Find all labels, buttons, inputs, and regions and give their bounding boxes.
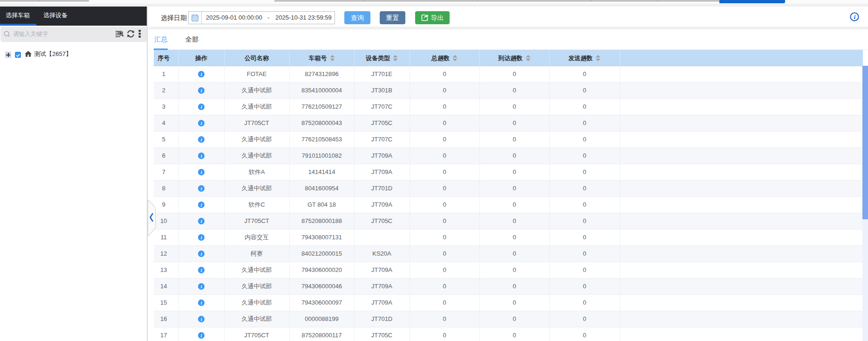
svg-text:i: i (201, 300, 202, 306)
svg-text:i: i (201, 202, 202, 208)
svg-text:i: i (201, 251, 202, 257)
svg-text:i: i (201, 268, 202, 273)
svg-text:i: i (201, 72, 202, 77)
svg-text:i: i (201, 153, 202, 159)
svg-text:i: i (201, 284, 202, 289)
svg-text:i: i (201, 317, 202, 322)
svg-text:i: i (201, 219, 202, 224)
svg-text:i: i (854, 14, 856, 21)
svg-text:i: i (201, 186, 202, 191)
svg-text:i: i (201, 235, 202, 240)
svg-text:i: i (201, 104, 202, 110)
svg-text:i: i (201, 88, 202, 93)
svg-text:i: i (201, 170, 202, 175)
svg-text:i: i (201, 333, 202, 338)
svg-text:i: i (201, 121, 202, 126)
svg-text:i: i (201, 137, 202, 142)
